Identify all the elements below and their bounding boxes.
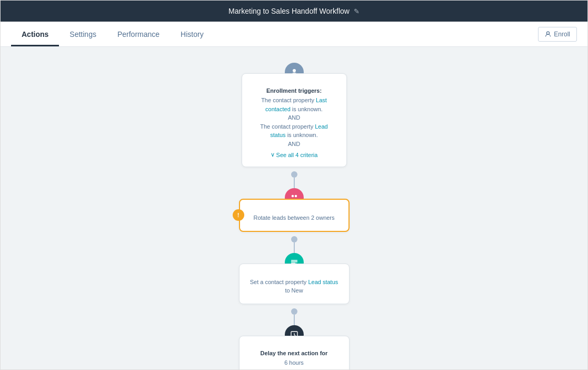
tab-actions[interactable]: Actions (11, 23, 59, 46)
trigger-title: Enrollment triggers: (253, 87, 336, 94)
trigger-and1: AND (253, 113, 336, 122)
trigger-node-wrapper: Enrollment triggers: The contact propert… (242, 73, 347, 167)
see-all-link[interactable]: ∨ See all 4 criteria (253, 151, 336, 158)
connector-dot-1 (291, 171, 297, 178)
tab-performance[interactable]: Performance (107, 23, 170, 46)
connector-dot-3 (291, 308, 297, 315)
delay-duration: 6 hours (250, 358, 338, 367)
connector-dot-2 (291, 236, 297, 242)
tab-settings[interactable]: Settings (59, 23, 107, 46)
svg-point-1 (293, 69, 296, 72)
workflow-canvas: Enrollment triggers: The contact propert… (1, 47, 587, 370)
set-property-content: Set a contact property Lead status to Ne… (250, 272, 338, 295)
delay-card[interactable]: Delay the next action for 6 hours 0 cont… (239, 336, 350, 371)
trigger-line2: The contact property Lead status is unkn… (253, 122, 336, 140)
trigger-card[interactable]: Enrollment triggers: The contact propert… (242, 73, 347, 167)
svg-point-3 (294, 195, 297, 198)
set-property-text: Set a contact property Lead status to Ne… (250, 278, 338, 295)
set-property-wrapper: Set a contact property Lead status to Ne… (239, 264, 350, 304)
nav-tabs: Actions Settings Performance History Enr… (1, 22, 587, 47)
rotate-node-wrapper: ! Rotate leads between 2 owners (239, 199, 350, 232)
trigger-line1: The contact property Last contacted is u… (253, 96, 336, 113)
workflow-title: Marketing to Sales Handoff Workflow (228, 7, 350, 15)
delay-node-wrapper: Delay the next action for 6 hours 0 cont… (239, 336, 350, 371)
workflow-nodes: Enrollment triggers: The contact propert… (110, 47, 479, 370)
header-bar: Marketing to Sales Handoff Workflow ✎ (1, 1, 587, 22)
edit-title-icon[interactable]: ✎ (354, 7, 360, 15)
set-property-link[interactable]: Lead status (308, 279, 338, 285)
enroll-button[interactable]: Enroll (538, 27, 577, 42)
delay-content: Delay the next action for 6 hours 0 cont… (250, 345, 338, 371)
trigger-and2: AND (253, 140, 336, 149)
enroll-icon (545, 31, 551, 37)
app-wrapper: Marketing to Sales Handoff Workflow ✎ Ac… (0, 0, 588, 370)
rotate-content: Rotate leads between 2 owners (251, 208, 338, 222)
set-property-card[interactable]: Set a contact property Lead status to Ne… (239, 264, 350, 304)
tab-history[interactable]: History (170, 23, 214, 46)
trigger-content: Enrollment triggers: The contact propert… (253, 82, 336, 158)
svg-point-2 (291, 195, 294, 198)
delay-title: Delay the next action for (250, 350, 338, 356)
warning-badge: ! (233, 209, 244, 221)
rotate-card[interactable]: ! Rotate leads between 2 owners (239, 199, 350, 232)
rotate-label: Rotate leads between 2 owners (251, 213, 338, 222)
